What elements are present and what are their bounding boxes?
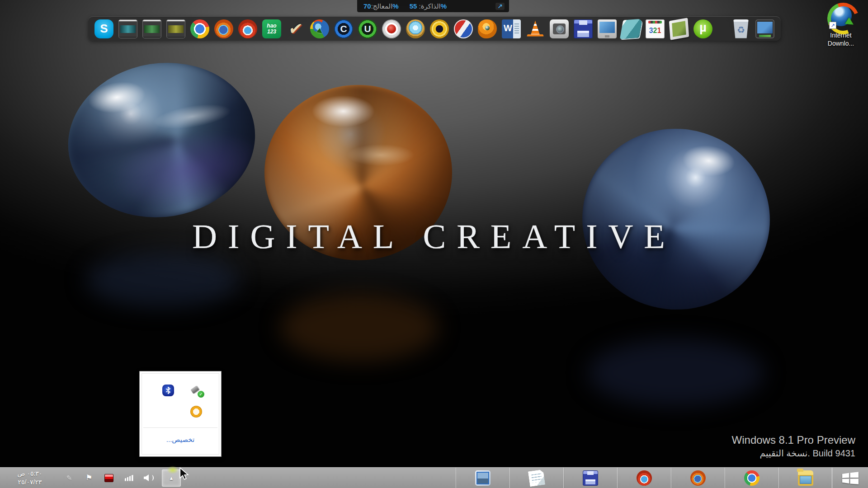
- app-icon: [690, 470, 706, 486]
- tray-icons: ✎ ⚑ ▲: [62, 469, 184, 487]
- memory-label: الذاكرة:: [419, 2, 441, 10]
- recycle-bin-icon[interactable]: ♻: [731, 19, 750, 38]
- bluetooth-icon[interactable]: [162, 385, 174, 396]
- baidu-browser-icon[interactable]: [238, 19, 257, 38]
- taskbar-firefox-button[interactable]: [671, 468, 725, 488]
- idm-arrow-icon: ▶: [844, 15, 857, 29]
- folder-stack-green-icon[interactable]: [142, 19, 161, 38]
- start-button[interactable]: [832, 468, 868, 488]
- taskbar-chrome-button[interactable]: [725, 468, 778, 488]
- stats-expand-icon[interactable]: ↗: [495, 3, 505, 10]
- taskbar-tray-area: ٠٥:٣٠ ص ٢٥/٠٧/٢٣ ✎ ⚑ ▲: [0, 468, 184, 488]
- bluetooth-glyph: [164, 386, 172, 394]
- idm-icon[interactable]: ▶: [310, 19, 329, 38]
- camera-app-icon[interactable]: [550, 19, 569, 38]
- gold-disc-app-icon[interactable]: [430, 19, 449, 38]
- clock-time: ٠٥:٣٠ ص: [8, 469, 52, 478]
- utorrent-icon[interactable]: µ: [693, 19, 712, 38]
- system-stats-bar: المعالج:70% الذاكرة: 55% ↗: [357, 0, 509, 12]
- folder-stack-teal-icon[interactable]: [118, 19, 137, 38]
- app-icon: [744, 470, 760, 486]
- app-icon: [637, 470, 652, 486]
- app-icon: [583, 470, 598, 486]
- wallpaper-title: DIGITAL CREATIVE: [192, 217, 676, 256]
- notebook-app-icon[interactable]: [620, 19, 642, 39]
- volume-icon[interactable]: [142, 470, 156, 486]
- safely-remove-hardware-icon[interactable]: ✓: [191, 385, 203, 397]
- glass-sphere-blue: [57, 50, 266, 231]
- app-icon: [528, 469, 545, 486]
- red-security-app-icon[interactable]: [102, 470, 116, 486]
- taskbar-file-explorer-button[interactable]: [778, 468, 832, 488]
- desktop-monitor-icon[interactable]: [598, 19, 617, 38]
- skype-icon[interactable]: S: [94, 19, 113, 38]
- tray-overflow-popup: ✓ @ تخصيص...: [139, 371, 222, 457]
- cpu-stat: المعالج:70%: [363, 2, 399, 10]
- orange-a-app-icon[interactable]: @: [190, 406, 202, 418]
- taskbar: ٠٥:٣٠ ص ٢٥/٠٧/٢٣ ✎ ⚑ ▲: [0, 467, 868, 488]
- chrome-icon[interactable]: [190, 19, 209, 38]
- checkmark-app-icon[interactable]: ✔: [286, 19, 305, 38]
- taskbar-baidu-browser-button[interactable]: [617, 468, 671, 488]
- windows-watermark: Windows 8.1 Pro Preview نسخة التقييم. Bu…: [732, 434, 855, 459]
- taskbar-notepad-button[interactable]: [509, 468, 563, 488]
- pen-input-icon[interactable]: ✎: [62, 470, 76, 486]
- idm-globe-icon: ▶ ↗: [826, 4, 855, 30]
- memory-stat: الذاكرة: 55%: [410, 2, 447, 10]
- word-icon[interactable]: W: [502, 19, 521, 38]
- taskbar-app-buttons: [456, 468, 832, 488]
- blue-c-app-icon[interactable]: C: [334, 19, 353, 38]
- gold-globe-app-icon[interactable]: [406, 19, 425, 38]
- sphere-reflection: [588, 339, 764, 407]
- vlc-icon[interactable]: [526, 19, 545, 38]
- taskbar-snipping-tool-button[interactable]: [456, 468, 509, 488]
- avast-icon[interactable]: [478, 19, 497, 38]
- taskbar-media-save-button[interactable]: [563, 468, 617, 488]
- action-center-flag-icon[interactable]: ⚑: [82, 470, 96, 486]
- hao123-icon[interactable]: hao 123: [262, 19, 281, 38]
- display-properties-icon[interactable]: [755, 19, 774, 38]
- red-media-app-icon[interactable]: [382, 19, 401, 38]
- desktop-wallpaper: DIGITAL CREATIVE: [0, 0, 868, 488]
- windows-logo-icon: [842, 472, 859, 484]
- folder-stack-yellow-icon[interactable]: [166, 19, 185, 38]
- app-icon: [475, 470, 491, 486]
- watermark-build: نسخة التقييم. Build 9431: [732, 448, 855, 459]
- app-icon: [798, 470, 813, 486]
- desktop: DIGITAL CREATIVE المعالج:70% الذاكرة: 55…: [0, 0, 868, 488]
- watermark-edition: Windows 8.1 Pro Preview: [732, 434, 855, 446]
- photo-gallery-icon[interactable]: [669, 18, 689, 40]
- sphere-reflection: [280, 294, 439, 361]
- firefox-icon[interactable]: [214, 19, 233, 38]
- shortcut-arrow-badge: ↗: [829, 22, 836, 29]
- floppy-save-icon[interactable]: [574, 19, 593, 38]
- customize-link[interactable]: تخصيص...: [140, 436, 221, 444]
- status-badge: ✓: [198, 391, 204, 398]
- network-icon[interactable]: [122, 470, 136, 486]
- popup-divider: [143, 427, 217, 428]
- cpu-label: المعالج:: [371, 2, 393, 10]
- app-dock: S hao 123 ✔ ▶ C U: [88, 16, 781, 41]
- calendar-321-icon[interactable]: 321: [646, 19, 665, 38]
- taskbar-clock[interactable]: ٠٥:٣٠ ص ٢٥/٠٧/٢٣: [8, 469, 52, 486]
- desktop-icon-internet-download-manager[interactable]: ▶ ↗ Internet Downlo...: [817, 4, 864, 47]
- clock-date: ٢٥/٠٧/٢٣: [8, 478, 52, 486]
- dock-gap: [717, 19, 726, 38]
- ccleaner-icon[interactable]: [454, 19, 473, 38]
- sphere-reflection: [86, 253, 240, 307]
- green-u-app-icon[interactable]: U: [358, 19, 377, 38]
- show-hidden-icons-button[interactable]: ▲: [162, 469, 181, 487]
